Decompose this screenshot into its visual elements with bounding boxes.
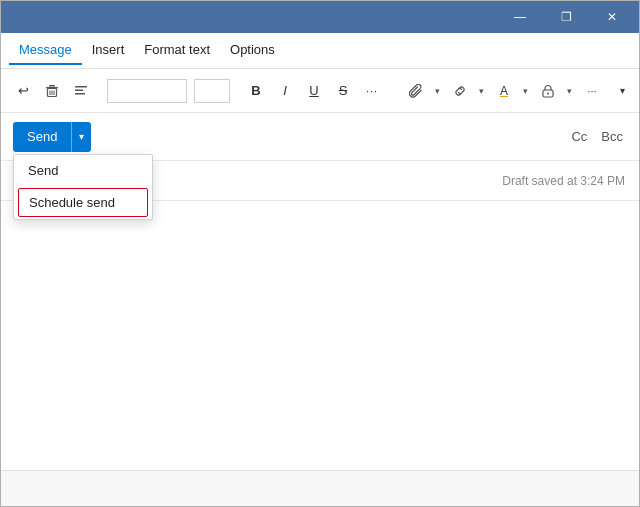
send-menu-item[interactable]: Send	[14, 155, 152, 186]
window-controls: — ❐ ✕	[497, 1, 635, 33]
collapse-button[interactable]: ▾	[608, 77, 636, 105]
font-name-input[interactable]	[107, 79, 187, 103]
send-button[interactable]: Send	[13, 122, 71, 152]
email-window: — ❐ ✕ Message Insert Format text Options…	[0, 0, 640, 507]
sensitivity-button-group: ▾	[534, 77, 576, 105]
minimize-button[interactable]: —	[497, 1, 543, 33]
delete-button[interactable]	[38, 77, 66, 105]
highlight-button-group: A ▾	[490, 77, 532, 105]
restore-button[interactable]: ❐	[543, 1, 589, 33]
menu-item-format-text[interactable]: Format text	[134, 36, 220, 65]
bold-button[interactable]: B	[242, 77, 270, 105]
send-dropdown-menu: Send Schedule send	[13, 154, 153, 220]
svg-rect-7	[75, 89, 83, 91]
svg-point-10	[547, 92, 549, 94]
send-button-group: Send ▾ Send Schedule send	[13, 122, 91, 152]
highlight-button[interactable]: A	[490, 77, 518, 105]
link-button-group: ▾	[446, 77, 488, 105]
underline-button[interactable]: U	[300, 77, 328, 105]
svg-rect-6	[75, 86, 87, 88]
toolbar-history-group: ↩	[9, 77, 95, 105]
menu-item-options[interactable]: Options	[220, 36, 285, 65]
attach-button-group: ▾	[402, 77, 444, 105]
svg-rect-1	[49, 85, 55, 87]
strikethrough-button[interactable]: S	[329, 77, 357, 105]
menu-item-insert[interactable]: Insert	[82, 36, 135, 65]
link-button[interactable]	[446, 77, 474, 105]
title-bar: — ❐ ✕	[1, 1, 639, 33]
chevron-down-icon: ▾	[79, 131, 84, 142]
svg-rect-8	[75, 93, 85, 95]
email-body[interactable]	[1, 201, 639, 470]
undo-button[interactable]: ↩	[9, 77, 37, 105]
cc-button[interactable]: Cc	[567, 127, 591, 146]
link-dropdown-button[interactable]: ▾	[474, 77, 488, 105]
menu-item-message[interactable]: Message	[9, 36, 82, 65]
toolbar-format-group: B I U S ···	[242, 77, 386, 105]
action-bar: Send ▾ Send Schedule send Cc Bcc	[1, 113, 639, 161]
bcc-button[interactable]: Bcc	[597, 127, 627, 146]
sensitivity-button[interactable]	[534, 77, 562, 105]
sensitivity-dropdown-button[interactable]: ▾	[562, 77, 576, 105]
draft-saved-status: Draft saved at 3:24 PM	[502, 174, 625, 188]
schedule-send-menu-item[interactable]: Schedule send	[18, 188, 148, 217]
toolbar: ↩	[1, 69, 639, 113]
menu-bar: Message Insert Format text Options	[1, 33, 639, 69]
more-options-button[interactable]: ···	[578, 77, 606, 105]
highlight-dropdown-button[interactable]: ▾	[518, 77, 532, 105]
toolbar-right-group: ▾ ▾ A ▾	[402, 77, 636, 105]
close-button[interactable]: ✕	[589, 1, 635, 33]
cc-bcc-area: Cc Bcc	[567, 127, 627, 146]
font-size-input[interactable]	[194, 79, 230, 103]
attach-dropdown-button[interactable]: ▾	[430, 77, 444, 105]
more-format-button[interactable]: ···	[358, 77, 386, 105]
italic-button[interactable]: I	[271, 77, 299, 105]
bottom-bar	[1, 470, 639, 506]
attach-button[interactable]	[402, 77, 430, 105]
send-dropdown-toggle[interactable]: ▾	[71, 122, 91, 152]
format-button[interactable]	[67, 77, 95, 105]
